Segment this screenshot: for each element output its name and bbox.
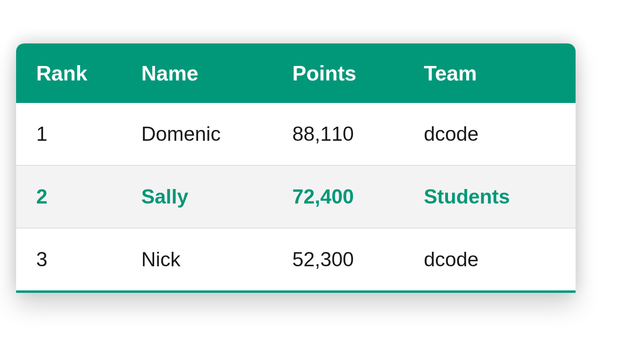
cell-team: dcode <box>413 228 576 292</box>
table-body: 1 Domenic 88,110 dcode 2 Sally 72,400 St… <box>16 103 576 292</box>
cell-name: Sally <box>131 165 282 228</box>
leaderboard-table: Rank Name Points Team 1 Domenic 88,110 d… <box>16 43 576 293</box>
cell-points: 52,300 <box>282 228 413 292</box>
table-row: 1 Domenic 88,110 dcode <box>16 103 576 165</box>
cell-name: Nick <box>131 228 282 292</box>
table-row: 2 Sally 72,400 Students <box>16 165 576 228</box>
cell-name: Domenic <box>131 103 282 165</box>
table-header-row: Rank Name Points Team <box>16 43 576 103</box>
header-points: Points <box>282 43 413 103</box>
header-rank: Rank <box>16 43 131 103</box>
cell-team: dcode <box>413 103 576 165</box>
cell-points: 88,110 <box>282 103 413 165</box>
cell-team: Students <box>413 165 576 228</box>
header-team: Team <box>413 43 576 103</box>
header-name: Name <box>131 43 282 103</box>
leaderboard-card: Rank Name Points Team 1 Domenic 88,110 d… <box>16 43 576 293</box>
cell-rank: 1 <box>16 103 131 165</box>
table-row: 3 Nick 52,300 dcode <box>16 228 576 292</box>
cell-points: 72,400 <box>282 165 413 228</box>
cell-rank: 2 <box>16 165 131 228</box>
cell-rank: 3 <box>16 228 131 292</box>
